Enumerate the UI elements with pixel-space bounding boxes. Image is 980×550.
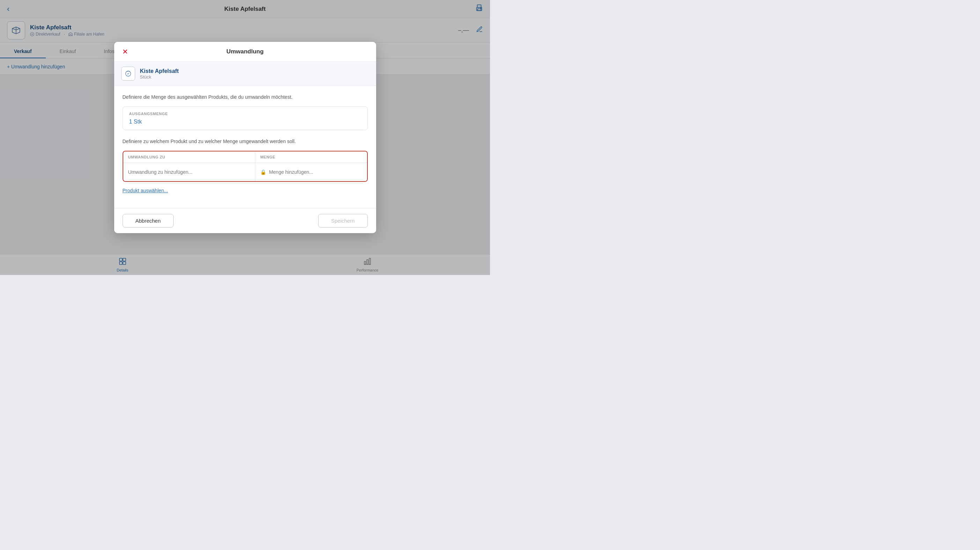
modal-description-2: Definiere zu welchem Produkt und zu welc…: [123, 138, 368, 145]
modal-description-1: Definiere die Menge des ausgewählten Pro…: [123, 94, 368, 101]
modal-product-name: Kiste Apfelsaft: [140, 68, 179, 74]
modal-product-unit: Stück: [140, 74, 179, 79]
umwandlung-table-header: UMWANDLUNG ZU MENGE: [123, 151, 367, 163]
modal-title: Umwandlung: [226, 48, 264, 55]
col-menge-header: MENGE: [255, 151, 367, 163]
modal-close-button[interactable]: ✕: [121, 47, 130, 57]
modal-product-row: Kiste Apfelsaft Stück: [114, 62, 376, 86]
ausgangsmenge-value: 1 Stk: [129, 119, 361, 125]
menge-input-container: 🔒: [255, 163, 367, 181]
save-button[interactable]: Speichern: [318, 214, 368, 228]
modal-product-info: Kiste Apfelsaft Stück: [140, 68, 179, 79]
umwandlung-table: UMWANDLUNG ZU MENGE 🔒: [123, 151, 368, 182]
modal-footer: Abbrechen Speichern: [114, 208, 376, 233]
modal-umwandlung: ✕ Umwandlung Kiste Apfelsaft Stück Defin…: [114, 42, 376, 233]
menge-input[interactable]: [269, 169, 362, 175]
cancel-button[interactable]: Abbrechen: [123, 214, 174, 228]
ausgangsmenge-box: AUSGANGSMENGE 1 Stk: [123, 106, 368, 130]
umwandlung-zu-input[interactable]: [123, 163, 256, 181]
modal-overlay: ✕ Umwandlung Kiste Apfelsaft Stück Defin…: [0, 0, 490, 275]
ausgangsmenge-label: AUSGANGSMENGE: [129, 112, 361, 116]
modal-header: ✕ Umwandlung: [114, 42, 376, 62]
umwandlung-table-row: 🔒: [123, 163, 367, 181]
lock-icon: 🔒: [260, 169, 266, 175]
col-umwandlung-zu-header: UMWANDLUNG ZU: [123, 151, 256, 163]
modal-body: Definiere die Menge des ausgewählten Pro…: [114, 86, 376, 208]
modal-product-icon: [121, 67, 135, 81]
produkt-auswahlen-link[interactable]: Produkt auswählen...: [123, 188, 168, 193]
